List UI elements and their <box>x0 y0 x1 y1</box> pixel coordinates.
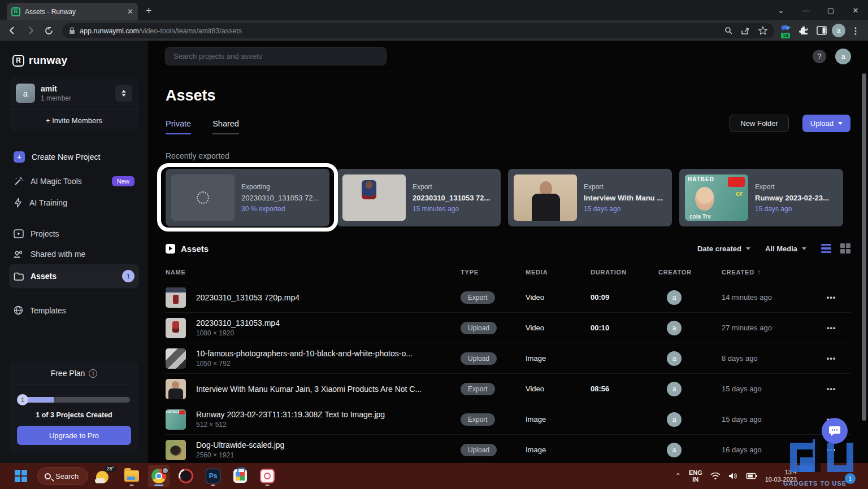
grid-view-icon[interactable] <box>840 243 850 254</box>
row-menu-icon[interactable]: ••• <box>812 446 850 454</box>
user-avatar[interactable]: a <box>835 49 851 64</box>
sidebar-item-assets[interactable]: Assets 1 <box>9 264 139 288</box>
photoshop-button[interactable]: Ps <box>202 465 224 487</box>
col-creator[interactable]: CREATOR <box>658 269 722 276</box>
team-avatar: a <box>16 84 35 103</box>
new-folder-button[interactable]: New Folder <box>730 115 788 132</box>
team-name: amit <box>41 84 71 93</box>
media-filter-dropdown[interactable]: All Media <box>765 244 806 253</box>
card-status: Exporting <box>241 183 319 191</box>
file-explorer-button[interactable] <box>121 465 142 487</box>
created-time: 14 minutes ago <box>722 293 812 302</box>
recent-card[interactable]: Export 20230310_131053 72... 15 minutes … <box>337 169 501 226</box>
table-row[interactable]: Runway 2023-02-23T11:31:19.308Z Text to … <box>166 404 850 434</box>
upload-button[interactable]: Upload <box>802 115 850 132</box>
weather-icon: 28° <box>95 466 114 486</box>
tab-close-icon[interactable]: ✕ <box>127 7 133 16</box>
info-icon[interactable]: i <box>89 369 97 378</box>
minimize-button[interactable]: — <box>793 0 818 20</box>
table-row[interactable]: Interview With Manu Kumar Jain, 3 Xiaomi… <box>166 373 850 404</box>
sidebar-item-projects[interactable]: Projects <box>9 224 139 244</box>
sidebar-item-ai-magic-tools[interactable]: AI Magic Tools New <box>9 171 139 192</box>
row-menu-icon[interactable]: ••• <box>812 354 850 363</box>
hidden-icons-chevron[interactable]: ⌃ <box>675 472 681 480</box>
volume-icon[interactable] <box>728 472 738 480</box>
language-indicator[interactable]: ENGIN <box>689 469 702 483</box>
col-duration[interactable]: DURATION <box>591 269 658 276</box>
recorder-app-button[interactable] <box>257 465 278 487</box>
recent-card[interactable]: Export Interview With Manu ... 15 days a… <box>508 169 672 226</box>
card-status: Export <box>755 183 829 191</box>
back-icon[interactable] <box>5 23 20 38</box>
card-name: 20230310_131053 72... <box>413 194 490 202</box>
visibility-tabs: Private Shared New Folder Upload <box>166 119 850 134</box>
weather-widget[interactable]: 28° <box>94 465 115 487</box>
table-row[interactable]: 20230310_131053 720p.mp4 Export Video 00… <box>166 282 850 312</box>
creator-avatar: a <box>667 321 682 335</box>
browser-tab[interactable]: R Assets - Runway ✕ <box>7 3 138 20</box>
table-row[interactable]: Dog-Ultrawide-scaled.jpg2560 × 1921 Uplo… <box>166 434 850 465</box>
upgrade-button[interactable]: Upgrade to Pro <box>17 426 131 445</box>
new-tab-button[interactable]: + <box>146 5 152 17</box>
share-icon[interactable] <box>741 27 750 35</box>
chat-support-button[interactable] <box>822 418 848 444</box>
col-created[interactable]: CREATED↑ <box>722 268 812 276</box>
list-view-icon[interactable] <box>821 244 831 254</box>
row-menu-icon[interactable]: ••• <box>812 324 850 332</box>
thumbnail-text: HATBED <box>688 176 714 182</box>
team-switch-button[interactable] <box>115 85 132 102</box>
table-row[interactable]: 10-famous-photographers-and-10-black-and… <box>166 343 850 373</box>
recent-card[interactable]: HATBED cr cola Trv Export Runway 2023-02… <box>679 169 843 226</box>
bookmark-star-icon[interactable] <box>758 26 767 35</box>
creator-avatar: a <box>667 290 682 305</box>
reload-icon[interactable] <box>41 23 57 38</box>
extensions-puzzle-icon[interactable] <box>796 23 811 38</box>
battery-icon[interactable] <box>746 473 757 479</box>
scrollbar[interactable] <box>862 73 866 421</box>
invite-members-button[interactable]: + Invite Members <box>9 110 139 131</box>
sidebar-item-ai-training[interactable]: AI Training <box>9 192 139 213</box>
col-media[interactable]: MEDIA <box>526 269 591 276</box>
notification-badge[interactable]: 1 <box>845 473 856 484</box>
row-menu-icon[interactable]: ••• <box>812 293 850 302</box>
extension-shortcut-icon[interactable]: 13 <box>780 24 793 37</box>
tab-search-icon[interactable]: ⌄ <box>769 0 793 20</box>
duration: 08:56 <box>591 385 658 393</box>
col-type[interactable]: TYPE <box>461 269 526 276</box>
runway-logo[interactable]: R runway <box>9 51 139 77</box>
url-bar[interactable]: app.runwayml.com/video-tools/teams/amit8… <box>62 23 774 38</box>
main-panel: ? a Assets Private Shared New Folder Upl… <box>148 41 868 463</box>
media-type: Video <box>526 293 591 302</box>
sidebar-item-templates[interactable]: Templates <box>9 300 139 321</box>
browser-menu-icon[interactable]: ⋮ <box>848 23 863 38</box>
tray-clock[interactable]: 13:4 10-03-2023 <box>765 469 797 483</box>
forward-icon[interactable] <box>23 23 38 38</box>
col-name[interactable]: NAME <box>166 269 461 276</box>
taskbar-search[interactable]: Search <box>37 467 88 485</box>
search-tabs-icon[interactable] <box>724 27 733 35</box>
team-switcher[interactable]: a amit 1 member <box>9 77 139 110</box>
search-input[interactable] <box>165 47 387 66</box>
asset-dimensions: 1050 × 792 <box>196 360 413 368</box>
sidebar-item-shared-with-me[interactable]: Shared with me <box>9 244 139 264</box>
microsoft-store-button[interactable] <box>229 465 251 487</box>
wifi-icon[interactable] <box>710 472 721 480</box>
sidebar-item-create-project[interactable]: + Create New Project <box>9 146 139 168</box>
tab-private[interactable]: Private <box>166 119 191 134</box>
chrome-profile-dot <box>162 467 169 474</box>
search-icon <box>45 473 51 479</box>
side-panel-icon[interactable] <box>814 23 830 38</box>
row-menu-icon[interactable]: ••• <box>812 385 850 393</box>
help-button[interactable]: ? <box>813 50 826 63</box>
opera-button[interactable] <box>175 465 197 487</box>
type-badge: Export <box>461 291 495 304</box>
table-row[interactable]: 20230310_131053.mp41080 × 1920 Upload Vi… <box>166 312 850 343</box>
close-button[interactable]: ✕ <box>843 0 868 20</box>
recent-card-exporting[interactable]: Exporting 20230310_131053 72... 30 % exp… <box>166 169 329 226</box>
maximize-button[interactable]: ▢ <box>818 0 843 20</box>
chrome-button[interactable] <box>148 465 170 487</box>
start-button[interactable] <box>10 465 32 487</box>
browser-profile-avatar[interactable]: a <box>832 24 845 37</box>
tab-shared[interactable]: Shared <box>212 119 239 134</box>
sort-dropdown[interactable]: Date created <box>697 244 750 253</box>
